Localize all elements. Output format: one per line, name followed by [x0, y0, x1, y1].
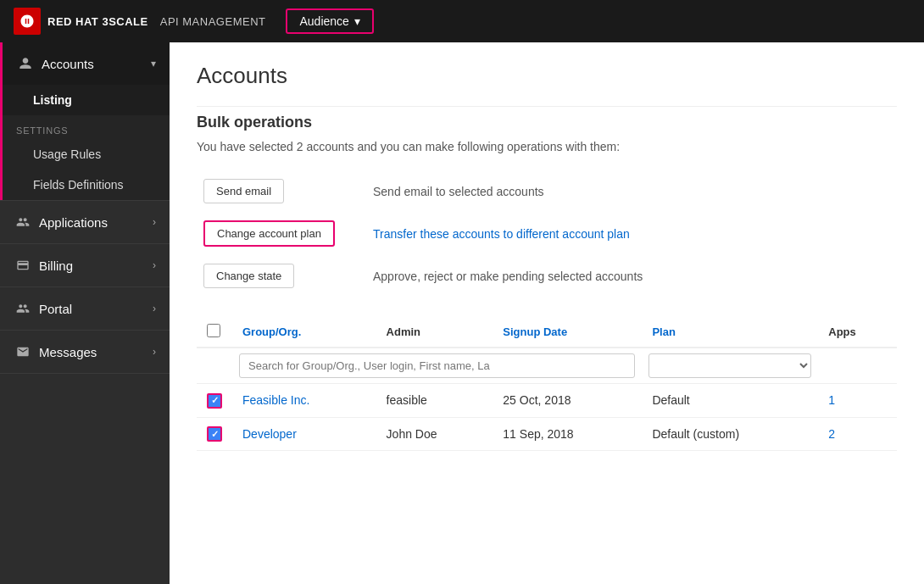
header-signup-date[interactable]: Signup Date — [493, 317, 642, 348]
sidebar-item-accounts[interactable]: Accounts ▾ — [0, 42, 170, 85]
sidebar-item-billing[interactable]: Billing › — [0, 244, 170, 286]
logo: RED HAT 3SCALE API MANAGEMENT — [14, 8, 265, 35]
change-account-plan-button[interactable]: Change account plan — [203, 220, 335, 247]
search-input[interactable] — [239, 353, 635, 378]
row2-apps: 2 — [818, 417, 897, 451]
portal-chevron-icon: › — [153, 303, 156, 314]
operation-change-state: Change state Approve, reject or make pen… — [197, 255, 897, 297]
row2-checkbox-cell — [197, 417, 232, 451]
header-plan[interactable]: Plan — [642, 317, 818, 348]
accounts-table: Group/Org. Admin Signup Date Plan Apps — [197, 317, 897, 451]
audience-chevron-icon: ▾ — [354, 14, 360, 28]
accounts-chevron-icon: ▾ — [151, 58, 156, 70]
divider — [197, 106, 897, 107]
applications-icon — [14, 213, 32, 231]
sidebar-item-portal[interactable]: Portal › — [0, 287, 170, 330]
row2-signup-date: 11 Sep, 2018 — [493, 417, 642, 451]
billing-icon — [14, 256, 32, 275]
audience-button[interactable]: Audience ▾ — [286, 8, 373, 34]
select-all-checkbox[interactable] — [207, 324, 220, 337]
row1-admin: feasible — [376, 384, 493, 418]
row2-group-link[interactable]: Developer — [242, 427, 297, 441]
page-title: Accounts — [197, 63, 897, 89]
sidebar: Accounts ▾ Listing Settings Usage Rules … — [0, 42, 170, 584]
portal-label: Portal — [39, 302, 153, 316]
messages-chevron-icon: › — [153, 346, 156, 358]
sidebar-item-messages[interactable]: Messages › — [0, 331, 170, 373]
api-management-text: API MANAGEMENT — [160, 15, 266, 28]
operations-table: Send email Send email to selected accoun… — [197, 170, 897, 297]
row2-plan: Default (custom) — [642, 417, 818, 451]
sidebar-messages-section: Messages › — [0, 331, 170, 374]
applications-chevron-icon: › — [153, 216, 156, 228]
row2-checkbox[interactable] — [207, 426, 222, 442]
logo-icon — [14, 8, 41, 35]
change-state-desc: Approve, reject or make pending selected… — [366, 255, 897, 297]
change-account-plan-desc: Transfer these accounts to different acc… — [366, 212, 897, 255]
accounts-icon — [16, 54, 35, 73]
bulk-ops-description: You have selected 2 accounts and you can… — [197, 140, 897, 153]
row2-group: Developer — [232, 417, 376, 451]
row1-checkbox-cell — [197, 384, 232, 418]
row1-plan: Default — [642, 384, 818, 418]
audience-label: Audience — [299, 14, 348, 28]
main-layout: Accounts ▾ Listing Settings Usage Rules … — [0, 42, 924, 584]
send-email-desc: Send email to selected accounts — [366, 170, 897, 212]
sidebar-item-applications[interactable]: Applications › — [0, 201, 170, 243]
sidebar-applications-section: Applications › — [0, 201, 170, 244]
header-admin: Admin — [376, 317, 493, 348]
sidebar-item-usage-rules[interactable]: Usage Rules — [3, 139, 170, 170]
table-row: Feasible Inc. feasible 25 Oct, 2018 Defa… — [197, 384, 897, 418]
brand-text: RED HAT 3SCALE — [47, 15, 148, 28]
messages-label: Messages — [39, 345, 153, 359]
portal-icon — [14, 299, 32, 318]
search-input-cell — [232, 348, 642, 384]
applications-label: Applications — [39, 215, 153, 230]
messages-icon — [14, 342, 32, 361]
header-apps: Apps — [818, 317, 897, 348]
table-header-row: Group/Org. Admin Signup Date Plan Apps — [197, 317, 897, 348]
row1-group: Feasible Inc. — [232, 384, 376, 418]
row1-group-link[interactable]: Feasible Inc. — [242, 393, 309, 407]
header-group-org[interactable]: Group/Org. — [232, 317, 376, 348]
send-email-button[interactable]: Send email — [203, 179, 284, 203]
plan-filter-select[interactable] — [648, 353, 811, 378]
content-area: Accounts Bulk operations You have select… — [170, 42, 924, 584]
search-filter-row — [197, 348, 897, 384]
operation-change-account-plan: Change account plan Transfer these accou… — [197, 212, 897, 255]
accounts-label: Accounts — [42, 57, 151, 71]
change-state-button[interactable]: Change state — [203, 264, 294, 288]
sidebar-billing-section: Billing › — [0, 244, 170, 287]
row1-apps: 1 — [818, 384, 897, 418]
search-checkbox-cell — [197, 348, 232, 384]
sidebar-accounts-section: Accounts ▾ Listing Settings Usage Rules … — [0, 42, 170, 201]
topbar: RED HAT 3SCALE API MANAGEMENT Audience ▾ — [0, 0, 924, 42]
table-row: Developer John Doe 11 Sep, 2018 Default … — [197, 417, 897, 451]
row1-signup-date: 25 Oct, 2018 — [493, 384, 642, 418]
sidebar-item-listing[interactable]: Listing — [3, 85, 170, 115]
row2-admin: John Doe — [376, 417, 493, 451]
settings-label: Settings — [3, 115, 170, 139]
plan-filter-cell — [642, 348, 818, 384]
sidebar-item-fields-definitions[interactable]: Fields Definitions — [3, 170, 170, 200]
operation-send-email: Send email Send email to selected accoun… — [197, 170, 897, 212]
accounts-submenu: Listing Settings Usage Rules Fields Defi… — [0, 85, 170, 200]
bulk-ops-title: Bulk operations — [197, 114, 897, 131]
apps-filter-cell — [818, 348, 897, 384]
row1-checkbox[interactable] — [207, 393, 222, 409]
billing-label: Billing — [39, 259, 153, 273]
row2-apps-link[interactable]: 2 — [828, 427, 835, 441]
row1-apps-link[interactable]: 1 — [828, 393, 835, 407]
header-checkbox-cell — [197, 317, 232, 348]
billing-chevron-icon: › — [153, 259, 156, 271]
sidebar-portal-section: Portal › — [0, 287, 170, 331]
